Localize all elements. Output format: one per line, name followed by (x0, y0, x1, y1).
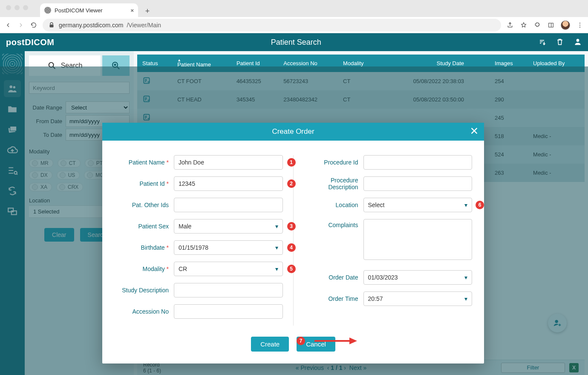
callout-7: 7 (297, 337, 305, 345)
browser-toolbar: germany.postdicom.com/Viewer/Main (0, 17, 588, 33)
select-birthdate[interactable]: 01/15/1978▾ (174, 240, 283, 255)
input-patient-id[interactable] (174, 176, 283, 191)
brand-logo: postDICOM (6, 38, 54, 47)
bookmark-star-icon[interactable] (520, 21, 527, 29)
label-complaints: Complaints (304, 222, 363, 228)
svg-rect-1 (549, 23, 553, 27)
url-path: /Viewer/Main (127, 22, 161, 29)
label-study-desc: Study Description (114, 287, 174, 294)
kebab-menu-icon[interactable] (576, 21, 584, 29)
svg-point-3 (579, 23, 580, 23)
nav-back-icon[interactable] (4, 21, 12, 29)
create-order-modal: Create Order Patient Name * 1 Patient Id… (102, 123, 484, 363)
nav-reload-icon[interactable] (30, 21, 37, 29)
app-titlebar: postDICOM Patient Search (0, 33, 588, 51)
svg-point-5 (579, 26, 580, 27)
chevron-down-icon: ▾ (464, 274, 467, 281)
user-icon[interactable] (574, 38, 582, 47)
select-modality[interactable]: CR▾ (174, 262, 283, 276)
label-order-date: Order Date (304, 274, 363, 281)
favicon-icon (44, 7, 51, 14)
label-order-time: Order Time (304, 295, 363, 302)
browser-tabstrip: PostDICOM Viewer × + (0, 0, 588, 17)
label-accession: Accession No (114, 308, 174, 315)
page-title: Patient Search (54, 38, 538, 47)
browser-tab[interactable]: PostDICOM Viewer × (40, 3, 138, 17)
select-order-date[interactable]: 01/03/2023▾ (363, 270, 473, 285)
select-order-time[interactable]: 20:57▾ (363, 291, 473, 306)
address-bar[interactable]: germany.postdicom.com/Viewer/Main (43, 19, 501, 32)
chevron-down-icon: ▾ (275, 244, 278, 251)
select-sex[interactable]: Male▾ (174, 219, 283, 234)
chevron-down-icon: ▾ (275, 265, 278, 272)
callout-3: 3 (287, 222, 296, 231)
sort-icon[interactable] (538, 38, 546, 47)
label-modality: Modality * (114, 265, 174, 272)
callout-4: 4 (287, 243, 296, 252)
chevron-down-icon: ▾ (464, 202, 467, 208)
new-tab-button[interactable]: + (141, 5, 153, 17)
callout-2: 2 (287, 179, 296, 188)
callout-arrow: 7 (297, 336, 357, 346)
modal-actions: 7 Create Cancel (102, 332, 484, 363)
label-birthdate: Birthdate * (114, 244, 174, 251)
modal-title: Create Order (272, 127, 314, 136)
chevron-down-icon: ▾ (464, 295, 467, 302)
label-patient-id: Patient Id * (114, 180, 174, 187)
tab-title: PostDICOM Viewer (55, 7, 102, 14)
label-location: Location (304, 202, 363, 208)
profile-avatar-icon[interactable] (561, 20, 570, 30)
modal-close-button[interactable] (470, 126, 479, 138)
label-other-ids: Pat. Other Ids (114, 202, 174, 208)
input-accession[interactable] (174, 304, 283, 319)
label-patient-name: Patient Name * (114, 159, 174, 166)
input-complaints[interactable] (363, 219, 473, 260)
select-location[interactable]: Select▾ (363, 198, 473, 212)
label-procedure-desc: Procedure Description (304, 177, 363, 190)
label-sex: Patient Sex (114, 223, 174, 230)
callout-5: 5 (287, 265, 296, 273)
trash-icon[interactable] (556, 38, 564, 47)
svg-point-4 (579, 24, 580, 25)
input-patient-name[interactable] (174, 155, 283, 170)
create-button[interactable]: Create (251, 337, 289, 352)
label-procedure-id: Procedure Id (304, 159, 363, 166)
tabs-overflow-icon[interactable] (581, 3, 585, 17)
sidepanel-icon[interactable] (547, 21, 555, 29)
extensions-icon[interactable] (533, 21, 541, 29)
modal-header: Create Order (102, 123, 484, 141)
window-traffic-lights (6, 5, 28, 10)
lock-icon (48, 21, 55, 29)
callout-6: 6 (476, 201, 484, 209)
input-other-ids[interactable] (174, 198, 283, 212)
callout-1: 1 (287, 158, 296, 167)
svg-rect-0 (50, 24, 54, 27)
svg-point-6 (576, 39, 579, 42)
tab-close-icon[interactable]: × (130, 7, 134, 14)
nav-forward-icon[interactable] (17, 21, 25, 29)
arrow-icon (314, 336, 357, 346)
input-study-desc[interactable] (174, 283, 283, 297)
share-icon[interactable] (506, 21, 514, 29)
svg-marker-24 (349, 338, 357, 344)
chevron-down-icon: ▾ (275, 223, 278, 230)
input-procedure-desc[interactable] (363, 176, 473, 191)
input-procedure-id[interactable] (363, 155, 473, 170)
url-host: germany.postdicom.com (59, 22, 123, 29)
